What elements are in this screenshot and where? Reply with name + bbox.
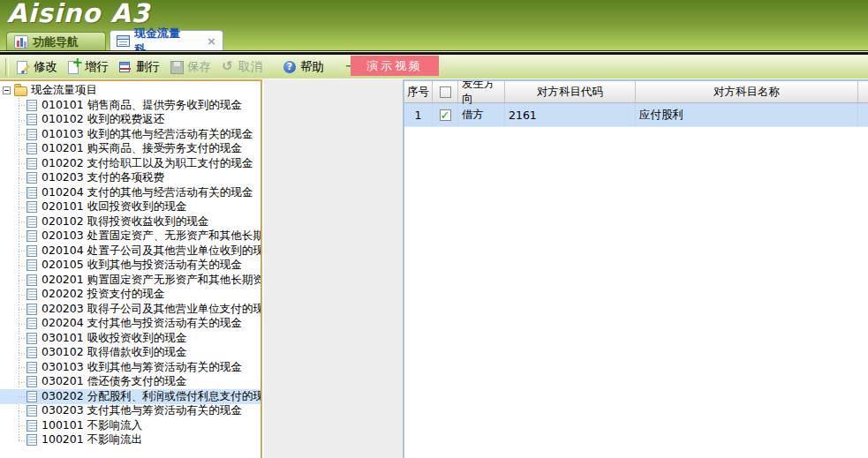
modify-button[interactable]: 修改 xyxy=(16,59,57,75)
table-row[interactable]: 1借方2161应付股利 xyxy=(404,103,868,127)
tree-item-label: 020101 收回投资收到的现金 xyxy=(42,199,186,214)
tree-item-020202[interactable]: 020202 投资支付的现金 xyxy=(0,288,260,303)
document-icon xyxy=(26,100,37,111)
document-icon xyxy=(26,405,37,417)
add-row-button[interactable]: 增行 xyxy=(67,59,109,75)
tree-item-020204[interactable]: 020204 支付其他与投资活动有关的现金 xyxy=(0,317,260,332)
delete-row-icon xyxy=(118,60,133,74)
tree-root-label: 现金流量项目 xyxy=(31,83,97,98)
row-checkbox[interactable] xyxy=(440,109,451,121)
tree-item-030201[interactable]: 030201 偿还债务支付的现金 xyxy=(0,375,260,390)
cell-seq: 1 xyxy=(404,103,433,126)
toolbar-button-label: 删行 xyxy=(136,59,160,75)
tree-item-010101[interactable]: 010101 销售商品、提供劳务收到的现金 xyxy=(0,98,260,113)
tree-item-label: 010103 收到的其他与经营活动有关的现金 xyxy=(42,127,253,142)
cell-direction: 借方 xyxy=(458,103,505,126)
tree-item-label: 010101 销售商品、提供劳务收到的现金 xyxy=(42,98,242,113)
toolbar-button-label: 增行 xyxy=(85,59,109,75)
toolbar-button-label: 修改 xyxy=(34,59,57,75)
tree-item-010204[interactable]: 010204 支付的其他与经营活动有关的现金 xyxy=(0,185,260,200)
tree-item-label: 020102 取得投资收益收到的现金 xyxy=(42,214,208,229)
tree-item-020101[interactable]: 020101 收回投资收到的现金 xyxy=(0,200,260,215)
tree-item-100201[interactable]: 100201 不影响流出 xyxy=(0,433,260,448)
header-checkbox-cell xyxy=(433,81,458,102)
toolbar-button-label: 取消 xyxy=(238,59,262,75)
notebook-icon xyxy=(117,35,130,47)
header-seq: 序号 xyxy=(404,81,433,102)
document-icon xyxy=(26,318,37,329)
tree-item-020102[interactable]: 020102 取得投资收益收到的现金 xyxy=(0,214,260,229)
edit-icon xyxy=(16,60,31,74)
help-button[interactable]: 帮助 xyxy=(283,59,324,75)
tree-item-010203[interactable]: 010203 支付的各项税费 xyxy=(0,171,260,186)
tree-root-node[interactable]: 现金流量项目 xyxy=(0,83,260,98)
tree-item-010202[interactable]: 010202 支付给职工以及为职工支付的现金 xyxy=(0,156,260,171)
tree-children: 010101 销售商品、提供劳务收到的现金010102 收到的税费返还01010… xyxy=(0,98,260,447)
document-icon xyxy=(26,143,37,154)
document-icon xyxy=(26,172,37,184)
document-icon xyxy=(26,259,37,271)
header-subject-name: 对方科目名称 xyxy=(636,81,858,102)
document-icon xyxy=(26,114,37,125)
tree-item-030102[interactable]: 030102 取得借款收到的现金 xyxy=(0,346,260,361)
document-icon xyxy=(26,274,37,286)
tree-item-label: 010201 购买商品、接受劳务支付的现金 xyxy=(42,141,242,156)
tree-item-100101[interactable]: 100101 不影响流入 xyxy=(0,418,260,433)
tree-item-label: 020203 取得子公司及其他营业单位支付的现金 xyxy=(42,302,262,317)
counterpart-subject-table: 序号 发生方向 对方科目代码 对方科目名称 1借方2161应付股利 xyxy=(403,79,868,458)
tree-item-label: 030102 取得借款收到的现金 xyxy=(42,345,186,360)
tree-item-label: 030101 吸收投资收到的现金 xyxy=(42,331,186,346)
bar-chart-icon xyxy=(14,35,28,49)
document-icon xyxy=(26,376,37,387)
table-body: 1借方2161应付股利 xyxy=(404,103,868,127)
tree-item-010103[interactable]: 010103 收到的其他与经营活动有关的现金 xyxy=(0,127,260,142)
document-icon xyxy=(26,158,37,169)
tree-item-label: 030103 收到其他与筹资活动有关的现金 xyxy=(42,360,242,375)
tree-item-label: 020204 支付其他与投资活动有关的现金 xyxy=(42,316,242,331)
tree-item-label: 020201 购置固定资产无形资产和其他长期资产 xyxy=(42,273,262,288)
delete-row-button[interactable]: 删行 xyxy=(118,59,160,75)
tree-item-020203[interactable]: 020203 取得子公司及其他营业单位支付的现金 xyxy=(0,302,260,317)
cancel-icon xyxy=(221,60,236,74)
document-icon xyxy=(26,304,37,315)
tree-item-label: 010102 收到的税费返还 xyxy=(42,112,164,127)
document-icon xyxy=(26,420,37,432)
tree-item-label: 030203 支付其他与筹资活动有关的现金 xyxy=(42,403,242,418)
tree-item-label: 100201 不影响流出 xyxy=(42,432,142,447)
document-icon xyxy=(26,187,37,199)
folder-icon xyxy=(14,86,27,96)
add-row-icon xyxy=(67,60,82,74)
table-header-row: 序号 发生方向 对方科目代码 对方科目名称 xyxy=(404,81,868,103)
cash-flow-item-tree-panel: 现金流量项目 010101 销售商品、提供劳务收到的现金010102 收到的税费… xyxy=(0,79,262,458)
tree-item-020201[interactable]: 020201 购置固定资产无形资产和其他长期资产 xyxy=(0,273,260,288)
tree-item-020105[interactable]: 020105 收到其他与投资活动有关的现金 xyxy=(0,259,260,274)
toolbar-buttons: 修改增行删行保存取消帮助退出 xyxy=(16,59,397,75)
header-subject-code: 对方科目代码 xyxy=(505,81,636,102)
tree-item-020104[interactable]: 020104 处置子公司及其他营业单位收到的现金 xyxy=(0,244,260,259)
tab-function-nav[interactable]: 功能导航 xyxy=(6,32,106,51)
tree-item-010201[interactable]: 010201 购买商品、接受劳务支付的现金 xyxy=(0,142,260,157)
help-icon xyxy=(283,60,298,74)
document-icon xyxy=(26,434,37,446)
tree-item-030202[interactable]: 030202 分配股利、利润或偿付利息支付的现金 xyxy=(0,389,260,404)
document-icon xyxy=(26,362,37,373)
tree-item-030203[interactable]: 030203 支付其他与筹资活动有关的现金 xyxy=(0,404,260,419)
close-icon[interactable]: × xyxy=(207,34,216,48)
document-icon xyxy=(26,216,37,228)
tree-item-label: 020103 处置固定资产、无形资产和其他长期资 xyxy=(42,229,262,244)
tree-item-label: 100101 不影响流入 xyxy=(42,418,142,433)
tree-item-010102[interactable]: 010102 收到的税费返还 xyxy=(0,113,260,128)
tree-item-030103[interactable]: 030103 收到其他与筹资活动有关的现金 xyxy=(0,360,260,375)
tab-cash-flow-subject[interactable]: 现金流量科... × xyxy=(109,30,223,51)
document-icon xyxy=(26,129,37,140)
tree-item-030101[interactable]: 030101 吸收投资收到的现金 xyxy=(0,331,260,346)
demo-video-button[interactable]: 演示视频 xyxy=(351,56,439,76)
tree-item-label: 010202 支付给职工以及为职工支付的现金 xyxy=(42,156,253,171)
cancel-button: 取消 xyxy=(221,59,262,75)
tab-function-nav-label: 功能导航 xyxy=(33,34,79,50)
document-icon xyxy=(26,245,37,257)
collapse-icon[interactable] xyxy=(3,86,11,94)
app-logo: Aisino A3 xyxy=(7,0,150,28)
select-all-checkbox[interactable] xyxy=(440,86,451,98)
tree-item-020103[interactable]: 020103 处置固定资产、无形资产和其他长期资 xyxy=(0,229,260,244)
